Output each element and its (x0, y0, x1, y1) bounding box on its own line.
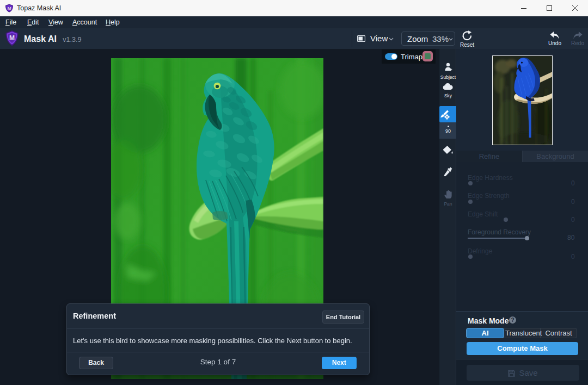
svg-text:M: M (9, 34, 15, 42)
svg-text:M: M (8, 6, 11, 11)
